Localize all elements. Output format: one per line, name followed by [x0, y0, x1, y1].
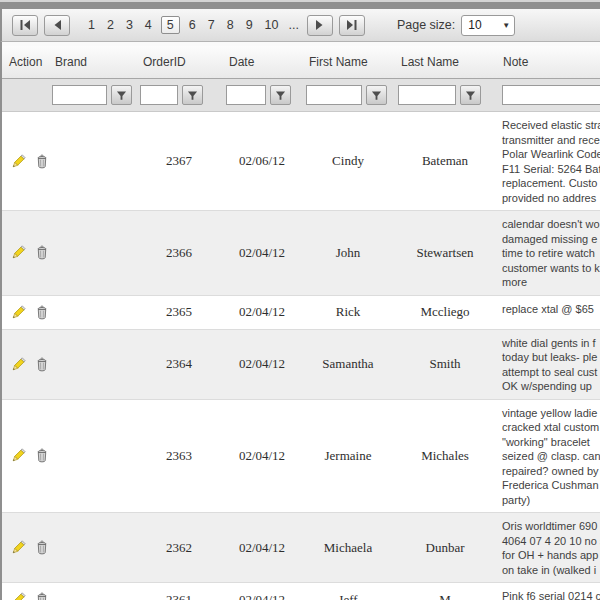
- last-name-cell: Michales: [394, 400, 496, 513]
- last-name-filter-button[interactable]: [460, 85, 481, 105]
- note-cell: Pink f6 serial 0214 c: [496, 583, 600, 600]
- orders-grid: Action Brand OrderID Date First Name Las…: [0, 46, 600, 600]
- funnel-icon: [116, 90, 127, 101]
- pager-toolbar: 12345678910 ... Page size: 10 ▼: [0, 9, 600, 42]
- brand-cell: [48, 583, 136, 600]
- first-name-filter-input[interactable]: [306, 85, 362, 105]
- filter-cell-first-name: [302, 85, 394, 105]
- orderid-filter-input[interactable]: [140, 85, 178, 105]
- column-header-first-name[interactable]: First Name: [302, 55, 394, 69]
- page-size-dropdown[interactable]: 10 ▼: [461, 15, 515, 36]
- filter-cell-note: [496, 85, 600, 105]
- page-number-9[interactable]: 9: [240, 18, 259, 32]
- edit-row-button[interactable]: [10, 244, 27, 261]
- page-number-8[interactable]: 8: [221, 18, 240, 32]
- column-header-note[interactable]: Note: [496, 55, 600, 69]
- edit-row-button[interactable]: [10, 539, 27, 556]
- column-header-brand[interactable]: Brand: [48, 55, 136, 69]
- action-cell: [2, 112, 48, 210]
- column-header-orderid[interactable]: OrderID: [136, 55, 222, 69]
- next-page-icon: [315, 20, 324, 30]
- prev-page-button[interactable]: [44, 15, 70, 36]
- prev-page-icon: [53, 20, 62, 30]
- page-number-10[interactable]: 10: [259, 18, 285, 32]
- filter-cell-orderid: [136, 85, 222, 105]
- column-header-date[interactable]: Date: [222, 55, 302, 69]
- date-cell: 02/04/12: [222, 330, 302, 399]
- date-cell: 02/04/12: [222, 296, 302, 329]
- brand-filter-button[interactable]: [111, 85, 132, 105]
- last-page-icon: [346, 20, 357, 30]
- date-cell: 02/04/12: [222, 400, 302, 513]
- edit-row-button[interactable]: [10, 153, 27, 170]
- first-page-button[interactable]: [12, 15, 38, 36]
- table-row: 2367 02/06/12 Cindy Bateman Received ela…: [2, 112, 600, 210]
- orderid-cell: 2362: [136, 513, 222, 582]
- table-row: 2363 02/04/12 Jermaine Michales vintage …: [2, 399, 600, 513]
- edit-row-button[interactable]: [10, 304, 27, 321]
- grid-header-row: Action Brand OrderID Date First Name Las…: [2, 46, 600, 79]
- first-name-cell: Jeff: [302, 583, 394, 600]
- last-name-filter-input[interactable]: [398, 85, 456, 105]
- page-number-2[interactable]: 2: [101, 18, 120, 32]
- note-cell: Received elastic stra transmitter and re…: [496, 112, 600, 210]
- column-header-action[interactable]: Action: [2, 55, 48, 69]
- filter-cell-last-name: [394, 85, 496, 105]
- last-name-cell: M: [394, 583, 496, 600]
- first-name-cell: Samantha: [302, 330, 394, 399]
- page-number-7[interactable]: 7: [202, 18, 221, 32]
- action-cell: [2, 296, 48, 329]
- edit-row-button[interactable]: [10, 356, 27, 373]
- page-size-control: Page size: 10 ▼: [397, 15, 515, 36]
- note-cell: white dial gents in f today but leaks- p…: [496, 330, 600, 399]
- action-cell: [2, 330, 48, 399]
- page-number-6[interactable]: 6: [183, 18, 202, 32]
- last-name-cell: Mccliego: [394, 296, 496, 329]
- last-name-cell: Bateman: [394, 112, 496, 210]
- first-name-cell: John: [302, 211, 394, 295]
- funnel-icon: [371, 90, 382, 101]
- orders-grid-app: 12345678910 ... Page size: 10 ▼ Action: [0, 0, 600, 600]
- action-cell: [2, 583, 48, 600]
- date-cell: 02/04/12: [222, 211, 302, 295]
- date-cell: 02/04/12: [222, 583, 302, 600]
- filter-cell-date: [222, 85, 302, 105]
- page-number-4[interactable]: 4: [139, 18, 158, 32]
- pencil-icon: [10, 361, 27, 376]
- orderid-cell: 2363: [136, 400, 222, 513]
- last-page-button[interactable]: [339, 15, 365, 36]
- column-header-last-name[interactable]: Last Name: [394, 55, 496, 69]
- orderid-cell: 2366: [136, 211, 222, 295]
- first-name-cell: Jermaine: [302, 400, 394, 513]
- grid-filter-row: [2, 79, 600, 112]
- page-number-3[interactable]: 3: [120, 18, 139, 32]
- first-name-cell: Rick: [302, 296, 394, 329]
- note-cell: vintage yellow ladie cracked xtal custom…: [496, 400, 600, 513]
- page-size-label: Page size:: [397, 18, 455, 32]
- date-filter-button[interactable]: [270, 85, 291, 105]
- first-name-filter-button[interactable]: [366, 85, 387, 105]
- pencil-icon: [10, 158, 27, 173]
- next-page-button[interactable]: [307, 15, 333, 36]
- page-ellipsis[interactable]: ...: [288, 18, 298, 32]
- pencil-icon: [10, 452, 27, 467]
- funnel-icon: [275, 90, 286, 101]
- brand-filter-input[interactable]: [52, 85, 107, 105]
- page-number-5[interactable]: 5: [161, 16, 180, 34]
- top-divider-bar: [0, 0, 600, 9]
- orderid-cell: 2361: [136, 583, 222, 600]
- note-cell: calendar doesn't wo damaged missing e ti…: [496, 211, 600, 295]
- brand-cell: [48, 400, 136, 513]
- date-filter-input[interactable]: [226, 85, 266, 105]
- first-name-cell: Michaela: [302, 513, 394, 582]
- edit-row-button[interactable]: [10, 447, 27, 464]
- pencil-icon: [10, 596, 27, 600]
- pencil-icon: [10, 544, 27, 559]
- page-number-1[interactable]: 1: [82, 18, 101, 32]
- orderid-filter-button[interactable]: [182, 85, 203, 105]
- edit-row-button[interactable]: [10, 591, 27, 600]
- note-filter-input[interactable]: [502, 85, 600, 105]
- filter-cell-brand: [48, 85, 136, 105]
- page-list: 12345678910: [82, 16, 284, 34]
- last-name-cell: Smith: [394, 330, 496, 399]
